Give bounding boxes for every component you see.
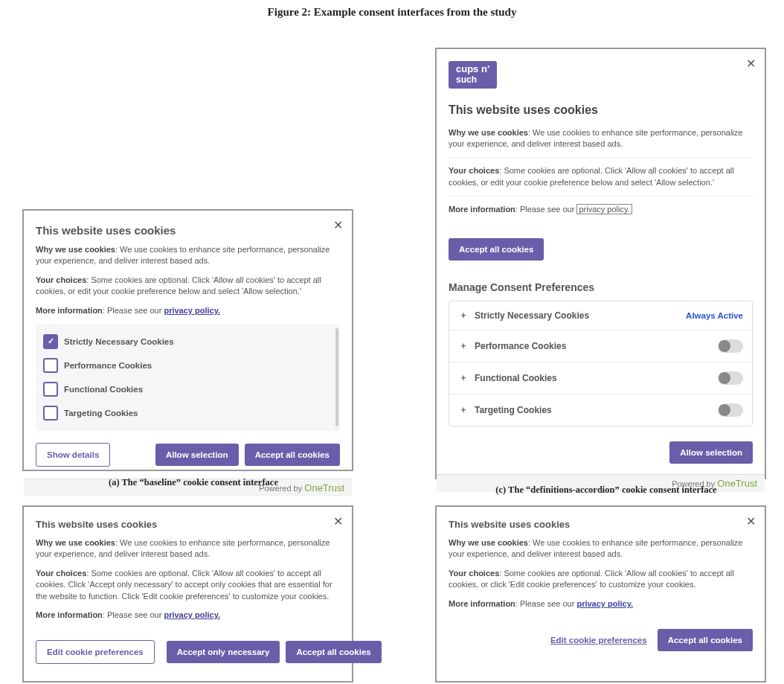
accordion-row-performance[interactable]: + Performance Cookies: [449, 330, 752, 362]
cookie-row-functional[interactable]: Functional Cookies: [43, 377, 332, 401]
why-paragraph: Why we use cookies: We use cookies to en…: [36, 537, 340, 560]
privacy-policy-link[interactable]: privacy policy.: [164, 306, 220, 315]
accept-all-button[interactable]: Accept all cookies: [245, 444, 340, 466]
edit-preferences-button[interactable]: Edit cookie preferences: [36, 640, 155, 664]
accordion-row-targeting[interactable]: + Targeting Cookies: [449, 394, 752, 426]
edit-preferences-link[interactable]: Edit cookie preferences: [546, 629, 652, 651]
toggle-switch[interactable]: [718, 339, 743, 353]
close-icon[interactable]: ✕: [746, 57, 756, 71]
more-info-paragraph: More information: Please see our privacy…: [36, 610, 340, 621]
checkbox-icon[interactable]: [43, 382, 58, 397]
toggle-switch[interactable]: [718, 371, 743, 385]
accordion-label: Performance Cookies: [475, 341, 566, 351]
panel-definitions-accordion: ✕ cups n'such This website uses cookies …: [435, 48, 766, 479]
cookie-label: Strictly Necessary Cookies: [64, 337, 174, 346]
more-info-paragraph: More information: Please see our privacy…: [449, 204, 753, 223]
close-icon[interactable]: ✕: [333, 514, 343, 528]
privacy-policy-link[interactable]: privacy policy.: [576, 204, 632, 214]
manage-preferences-title: Manage Consent Preferences: [449, 281, 753, 293]
scrollbar[interactable]: [335, 328, 338, 426]
cookie-row-performance[interactable]: Performance Cookies: [43, 354, 332, 377]
accordion-label: Functional Cookies: [475, 373, 557, 383]
cookie-label: Functional Cookies: [64, 385, 143, 394]
cookie-label: Targeting Cookies: [64, 409, 138, 418]
privacy-policy-link[interactable]: privacy policy.: [576, 599, 633, 608]
checkbox-icon[interactable]: [43, 358, 58, 373]
panel-baseline: ✕ This website uses cookies Why we use c…: [22, 209, 353, 471]
panel-options-link: ✕ This website uses cookies Why we use c…: [435, 505, 766, 683]
brand-logo: cups n'such: [449, 61, 497, 89]
expand-icon[interactable]: +: [458, 405, 469, 415]
accept-all-button[interactable]: Accept all cookies: [449, 238, 544, 261]
more-info-paragraph: More information: Please see our privacy…: [36, 305, 340, 316]
accept-necessary-button[interactable]: Accept only necessary: [167, 641, 280, 663]
more-info-paragraph: More information: Please see our privacy…: [449, 598, 753, 610]
expand-icon[interactable]: +: [458, 373, 469, 383]
cookie-label: Performance Cookies: [64, 361, 152, 370]
show-details-button[interactable]: Show details: [36, 443, 110, 467]
allow-selection-button[interactable]: Allow selection: [669, 441, 753, 464]
figure-title: Figure 2: Example consent interfaces fro…: [0, 0, 784, 22]
choices-paragraph: Your choices: Some cookies are optional.…: [449, 568, 753, 591]
dialog-title: This website uses cookies: [36, 224, 340, 237]
accept-all-button[interactable]: Accept all cookies: [286, 641, 381, 663]
why-paragraph: Why we use cookies: We use cookies to en…: [449, 537, 753, 560]
expand-icon[interactable]: +: [458, 310, 469, 321]
caption-a: (a) The “baseline” cookie consent interf…: [22, 477, 364, 488]
accordion-row-strictly-necessary[interactable]: + Strictly Necessary Cookies Always Acti…: [449, 301, 752, 330]
choices-paragraph: Your choices: Some cookies are optional.…: [449, 165, 753, 196]
checkbox-icon[interactable]: [43, 406, 58, 421]
choices-paragraph: Your choices: Some cookies are optional.…: [36, 275, 340, 298]
consent-accordion: + Strictly Necessary Cookies Always Acti…: [449, 301, 753, 426]
accordion-label: Strictly Necessary Cookies: [475, 310, 589, 321]
choices-paragraph: Your choices: Some cookies are optional.…: [36, 568, 340, 602]
why-paragraph: Why we use cookies: We use cookies to en…: [36, 244, 340, 267]
privacy-policy-link[interactable]: privacy policy.: [164, 610, 220, 619]
dialog-title: This website uses cookies: [36, 519, 340, 530]
cookie-row-strictly-necessary[interactable]: ✓ Strictly Necessary Cookies: [43, 330, 332, 354]
dialog-title: This website uses cookies: [449, 103, 753, 117]
accept-all-button[interactable]: Accept all cookies: [658, 629, 753, 651]
accordion-label: Targeting Cookies: [475, 405, 552, 415]
cookie-checkbox-list: ✓ Strictly Necessary Cookies Performance…: [36, 324, 340, 431]
dialog-title: This website uses cookies: [449, 519, 753, 530]
always-active-label: Always Active: [686, 311, 743, 320]
close-icon[interactable]: ✕: [746, 514, 756, 528]
panel-options-3button: ✕ This website uses cookies Why we use c…: [22, 505, 353, 683]
close-icon[interactable]: ✕: [333, 218, 343, 232]
expand-icon[interactable]: +: [458, 341, 469, 351]
allow-selection-button[interactable]: Allow selection: [155, 444, 239, 466]
checkbox-icon[interactable]: ✓: [43, 334, 58, 349]
cookie-row-targeting[interactable]: Targeting Cookies: [43, 401, 332, 425]
why-paragraph: Why we use cookies: We use cookies to en…: [449, 127, 753, 159]
accordion-row-functional[interactable]: + Functional Cookies: [449, 362, 752, 394]
toggle-switch[interactable]: [718, 403, 743, 417]
caption-c: (c) The “definitions-accordion” cookie c…: [435, 485, 777, 496]
